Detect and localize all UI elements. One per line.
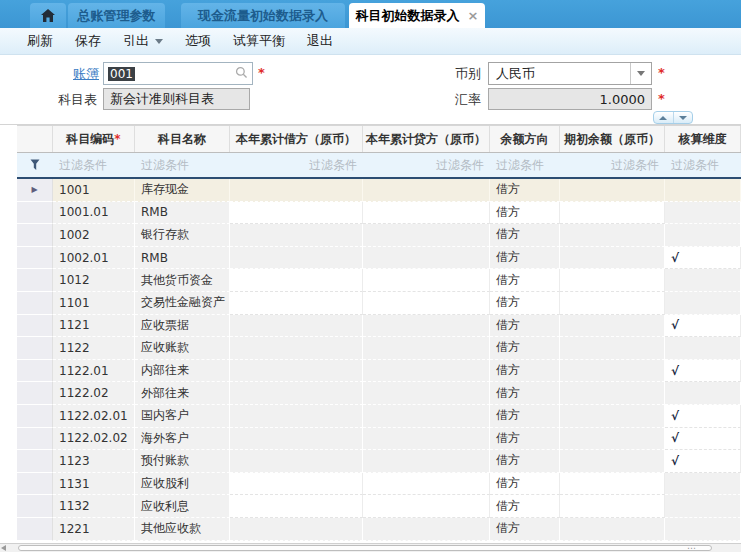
header-credit-ytd[interactable]: 本年累计贷方（原币）: [363, 126, 490, 152]
cell-account-name[interactable]: 交易性金融资产: [135, 292, 230, 315]
filter-direction-input[interactable]: 过滤条件: [490, 153, 560, 177]
row-selector-cell[interactable]: [17, 428, 53, 451]
cell-account-code[interactable]: 1122.02.01: [53, 405, 135, 428]
cell-debit-ytd[interactable]: [230, 518, 363, 541]
cell-opening-balance[interactable]: [560, 315, 665, 338]
cell-dimension[interactable]: √: [665, 247, 741, 270]
tab-ledger-params[interactable]: 总账管理参数: [68, 3, 165, 28]
scrollbar-thumb[interactable]: ⋯: [18, 545, 712, 551]
cell-account-code[interactable]: 1012: [53, 269, 135, 292]
row-selector-cell[interactable]: [17, 202, 53, 225]
cell-account-name[interactable]: 应收票据: [135, 315, 230, 338]
cell-debit-ytd[interactable]: [230, 360, 363, 383]
cell-direction[interactable]: 借方: [490, 495, 560, 518]
row-selector-cell[interactable]: [17, 224, 53, 247]
currency-select[interactable]: 人民币: [488, 62, 652, 85]
cell-dimension[interactable]: [665, 337, 741, 360]
filter-opening-input[interactable]: 过滤条件: [560, 153, 665, 177]
export-button[interactable]: 引出: [119, 32, 167, 50]
tab-home[interactable]: [30, 3, 66, 28]
cell-dimension[interactable]: [665, 202, 741, 225]
cell-dimension[interactable]: [665, 495, 741, 518]
header-opening[interactable]: 期初余额（原币）: [560, 126, 665, 152]
cell-credit-ytd[interactable]: [363, 450, 490, 473]
header-debit-ytd[interactable]: 本年累计借方（原币）: [230, 126, 363, 152]
cell-dimension[interactable]: [665, 382, 741, 405]
cell-credit-ytd[interactable]: [363, 405, 490, 428]
cell-debit-ytd[interactable]: [230, 428, 363, 451]
filter-code-input[interactable]: 过滤条件: [53, 153, 135, 177]
cell-dimension[interactable]: [665, 269, 741, 292]
cell-direction[interactable]: 借方: [490, 450, 560, 473]
cell-debit-ytd[interactable]: [230, 382, 363, 405]
cell-opening-balance[interactable]: [560, 247, 665, 270]
cell-direction[interactable]: 借方: [490, 518, 560, 541]
cell-credit-ytd[interactable]: [363, 269, 490, 292]
tab-cashflow-init[interactable]: 现金流量初始数据录入: [181, 3, 345, 28]
cell-dimension[interactable]: √: [665, 405, 741, 428]
cell-account-code[interactable]: 1121: [53, 315, 135, 338]
cell-dimension[interactable]: [665, 292, 741, 315]
cell-credit-ytd[interactable]: [363, 224, 490, 247]
row-selector-cell[interactable]: [17, 473, 53, 496]
row-selector-cell[interactable]: [17, 382, 53, 405]
cell-opening-balance[interactable]: [560, 405, 665, 428]
cell-credit-ytd[interactable]: [363, 382, 490, 405]
cell-account-name[interactable]: 内部往来: [135, 360, 230, 383]
filter-dimension-input[interactable]: 过滤条件: [665, 153, 741, 177]
cell-dimension[interactable]: √: [665, 450, 741, 473]
cell-opening-balance[interactable]: [560, 337, 665, 360]
row-selector-cell[interactable]: [17, 337, 53, 360]
cell-account-code[interactable]: 1122.01: [53, 360, 135, 383]
cell-direction[interactable]: 借方: [490, 405, 560, 428]
cell-account-name[interactable]: 银行存款: [135, 224, 230, 247]
row-selector-cell[interactable]: [17, 518, 53, 541]
row-selector-cell[interactable]: [17, 495, 53, 518]
cell-account-name[interactable]: RMB: [135, 247, 230, 270]
cell-credit-ytd[interactable]: [363, 495, 490, 518]
row-selector-cell[interactable]: ▶: [17, 179, 53, 202]
close-icon[interactable]: ×: [468, 9, 479, 22]
cell-direction[interactable]: 借方: [490, 202, 560, 225]
cell-account-code[interactable]: 1131: [53, 473, 135, 496]
row-selector-cell[interactable]: [17, 450, 53, 473]
exit-button[interactable]: 退出: [303, 32, 337, 50]
row-selector-cell[interactable]: [17, 292, 53, 315]
cell-account-code[interactable]: 1123: [53, 450, 135, 473]
cell-account-name[interactable]: 国内客户: [135, 405, 230, 428]
cell-account-code[interactable]: 1001: [53, 179, 135, 202]
cell-account-code[interactable]: 1001.01: [53, 202, 135, 225]
cell-credit-ytd[interactable]: [363, 518, 490, 541]
cell-account-code[interactable]: 1002: [53, 224, 135, 247]
cell-account-name[interactable]: 外部往来: [135, 382, 230, 405]
cell-account-name[interactable]: 海外客户: [135, 428, 230, 451]
account-book-input[interactable]: 001: [103, 62, 253, 85]
tab-account-init-active[interactable]: 科目初始数据录入 ×: [349, 3, 485, 28]
cell-opening-balance[interactable]: [560, 224, 665, 247]
cell-dimension[interactable]: [665, 473, 741, 496]
cell-credit-ytd[interactable]: [363, 428, 490, 451]
cell-opening-balance[interactable]: [560, 382, 665, 405]
cell-direction[interactable]: 借方: [490, 179, 560, 202]
cell-debit-ytd[interactable]: [230, 315, 363, 338]
cell-debit-ytd[interactable]: [230, 269, 363, 292]
cell-debit-ytd[interactable]: [230, 224, 363, 247]
cell-account-name[interactable]: 其他应收款: [135, 518, 230, 541]
cell-dimension[interactable]: √: [665, 315, 741, 338]
cell-account-name[interactable]: 应收账款: [135, 337, 230, 360]
cell-debit-ytd[interactable]: [230, 405, 363, 428]
account-book-label[interactable]: 账簿: [73, 65, 99, 83]
cell-debit-ytd[interactable]: [230, 247, 363, 270]
row-selector-cell[interactable]: [17, 315, 53, 338]
row-selector-cell[interactable]: [17, 360, 53, 383]
options-button[interactable]: 选项: [181, 32, 215, 50]
cell-opening-balance[interactable]: [560, 473, 665, 496]
cell-account-name[interactable]: 库存现金: [135, 179, 230, 202]
collapse-up-button[interactable]: [654, 112, 673, 123]
cell-direction[interactable]: 借方: [490, 292, 560, 315]
header-name[interactable]: 科目名称: [135, 126, 230, 152]
row-selector-cell[interactable]: [17, 405, 53, 428]
cell-debit-ytd[interactable]: [230, 179, 363, 202]
cell-credit-ytd[interactable]: [363, 315, 490, 338]
cell-opening-balance[interactable]: [560, 202, 665, 225]
